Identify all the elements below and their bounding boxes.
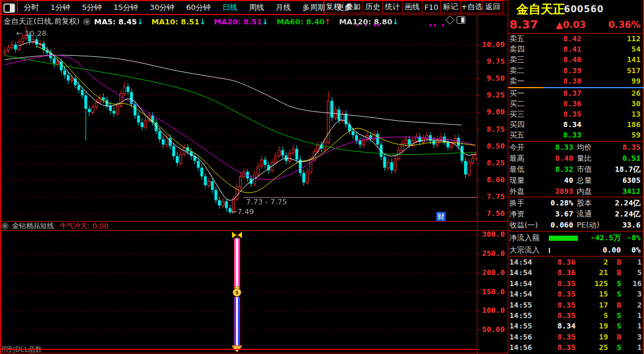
trend-down-arrow-icon: ↓ <box>392 17 399 26</box>
bid-row-买一[interactable]: 买一8.3726 <box>509 88 642 99</box>
sub-axis-tick <box>477 310 480 311</box>
ask-volume: 54 <box>631 44 641 55</box>
tick-volume: 15 <box>578 289 608 299</box>
tick-row[interactable]: 14:548.3621B5 <box>509 268 642 278</box>
tick-price: 8.35 <box>543 342 576 353</box>
indicator-dot-0 <box>357 24 359 26</box>
tick-count: 2 <box>637 300 642 310</box>
toolbar-button-历史[interactable]: 历史 <box>363 1 383 13</box>
ask-row-卖三[interactable]: 卖三8.40141 <box>509 55 642 65</box>
ma-legend-MA20: MA20: 8.51↓ <box>214 17 269 26</box>
panel-sep-4 <box>508 231 643 232</box>
tick-side-S: S <box>615 289 623 299</box>
main-candlestick-chart[interactable] <box>0 15 477 222</box>
period-周线[interactable]: 周线 <box>243 2 270 13</box>
fund-label: 净流入额 <box>509 232 540 244</box>
price-axis-label-9.50: 9.50 <box>478 74 505 82</box>
stat-value: 8.35 <box>623 142 641 153</box>
stat-label: 最高 <box>509 153 524 164</box>
price-axis-tick <box>477 95 480 96</box>
toolbar-button-返回[interactable]: 返回 <box>483 1 503 13</box>
stat-row-换手: 换手0.28%股本2.24亿 <box>509 197 642 208</box>
tick-row[interactable]: 14:558.355S1 <box>509 310 642 321</box>
bid-price: 8.34 <box>545 120 581 130</box>
period-日线[interactable]: 日线 <box>216 2 243 13</box>
tick-side-B: B <box>615 257 623 268</box>
ask-price: 8.41 <box>545 44 581 55</box>
tick-row[interactable]: 14:548.3515S3 <box>509 289 642 299</box>
news-badge[interactable]: 财 <box>436 212 446 221</box>
ask-row-卖二[interactable]: 卖二8.39517 <box>509 66 642 76</box>
tick-row[interactable]: 14:558.3419S1 <box>509 321 642 331</box>
fund-percent: -8% <box>627 232 641 244</box>
tick-time: 14:54 <box>509 257 532 268</box>
tick-row[interactable]: 14:548.362B1 <box>509 257 642 268</box>
price-axis-label-8.00: 8.00 <box>478 175 505 184</box>
toolbar-button-+自选[interactable]: +自选 <box>460 1 483 13</box>
tick-price: 8.35 <box>543 332 576 342</box>
period-60分钟[interactable]: 60分钟 <box>180 2 217 13</box>
tick-row[interactable]: 14:568.3525S1 <box>509 342 642 353</box>
tick-volume: 21 <box>578 268 608 278</box>
tick-price: 8.36 <box>543 268 576 278</box>
period-分时[interactable]: 分时 <box>18 2 45 13</box>
bid-row-买四[interactable]: 买四8.34186 <box>509 120 642 130</box>
toolbar-button-叠加[interactable]: 叠加 <box>343 1 363 13</box>
toolbar-button-复权[interactable]: 复权 <box>323 1 343 13</box>
tick-time: 14:56 <box>509 332 532 342</box>
tick-volume: 19 <box>578 332 608 342</box>
bid-row-买三[interactable]: 买三8.3513 <box>509 109 642 120</box>
stat-value: 8.32 <box>533 164 573 175</box>
chart-corner-icons <box>447 16 465 24</box>
stat-label: 流通 <box>577 208 592 219</box>
tick-row[interactable]: 14:558.3517B2 <box>509 300 642 310</box>
collapse-chevron-icon[interactable]: ∨ <box>83 18 91 26</box>
indicator-name[interactable]: 金钻精品短线 <box>12 221 54 231</box>
stat-row-今开: 今开8.33均价8.35 <box>509 142 642 153</box>
panel-toggle-icon[interactable] <box>457 16 465 24</box>
ask-row-卖一[interactable]: 卖一8.3899 <box>509 76 642 86</box>
indicator-dot-3 <box>378 24 379 26</box>
layout-split-button[interactable] <box>1 1 17 15</box>
toolbar-button-画线[interactable]: 画线 <box>402 1 422 13</box>
bid-price: 8.37 <box>545 88 581 99</box>
toolbar-button-标记[interactable]: 标记 <box>440 1 461 13</box>
toolbar-button-统计[interactable]: 统计 <box>382 1 403 13</box>
ask-volume: 141 <box>627 55 641 65</box>
period-15分钟[interactable]: 15分钟 <box>108 2 144 13</box>
tick-price: 8.34 <box>543 321 576 331</box>
period-30分钟[interactable]: 30分钟 <box>144 2 180 13</box>
period-1分钟[interactable]: 1分钟 <box>45 2 76 13</box>
price-axis-label-8.75: 8.75 <box>478 125 505 133</box>
annotation-high: ← 10.28 <box>16 29 46 38</box>
price-change: ▲0.03 <box>556 19 586 30</box>
stat-value: 3.67 <box>533 208 573 219</box>
bid-label: 买四 <box>509 120 524 130</box>
quote-panel: 金自天正 600560 8.37 ▲0.03 0.36% 卖五8.42112卖四… <box>508 0 643 354</box>
mark-diamond-icon[interactable] <box>446 16 455 25</box>
tick-row[interactable]: 14:548.35125S16 <box>509 279 642 289</box>
ask-price: 8.42 <box>545 34 581 44</box>
period-月线[interactable]: 月线 <box>270 2 296 13</box>
trend-down-arrow-icon: ↓ <box>200 17 206 26</box>
toolbar-button-F10[interactable]: F10 <box>422 1 441 13</box>
tick-count: 3 <box>637 332 642 342</box>
bid-row-买五[interactable]: 买五8.3359 <box>509 130 642 140</box>
sub-indicator-chart[interactable] <box>0 231 477 354</box>
stat-value: 0.060 <box>533 219 573 230</box>
bid-volume: 26 <box>631 88 641 99</box>
sub-axis-tick <box>477 330 480 330</box>
indicator-collapse-icon[interactable]: ∨ <box>1 222 9 230</box>
stat-row-最低: 最低8.32市值18.7亿 <box>509 164 642 175</box>
stock-name[interactable]: 金自天正 <box>516 1 565 17</box>
indicator-dot-4 <box>430 24 432 26</box>
ask-row-卖四[interactable]: 卖四8.4154 <box>509 44 642 55</box>
period-5分钟[interactable]: 5分钟 <box>76 2 107 13</box>
bid-row-买二[interactable]: 买二8.3630 <box>509 99 642 109</box>
tick-row[interactable]: 14:568.3519B3 <box>509 332 642 342</box>
sub-axis-label-100.0: 100.0 <box>478 306 505 315</box>
ask-row-卖五[interactable]: 卖五8.42112 <box>509 34 642 44</box>
tick-side-S: S <box>615 342 623 353</box>
fund-row-净流入额: 净流入额-42.5万-8% <box>509 232 642 244</box>
stat-label: 内盘 <box>577 186 592 197</box>
